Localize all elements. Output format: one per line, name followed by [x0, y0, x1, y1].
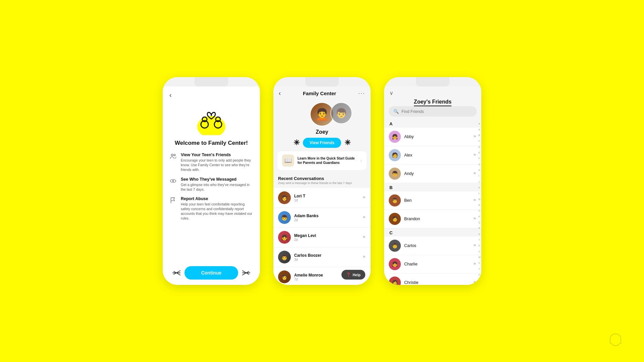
ben-name: Ben	[404, 198, 470, 203]
megan-time: 2d	[294, 238, 359, 242]
family-center-icon	[195, 105, 228, 135]
phone2-header: ‹ Family Center ···	[273, 86, 371, 100]
lori-info: Lori T 1d	[294, 194, 359, 202]
recent-subtitle: Zoey sent a message to these friends in …	[278, 181, 366, 185]
christie-name: Christie	[404, 280, 470, 285]
conv-item-adam[interactable]: 👦 Adam Banks 2d ⚑	[273, 208, 371, 228]
snapchat-ghost-svg	[607, 332, 624, 349]
friend-alex[interactable]: 🧑 Alex ⚑	[384, 146, 481, 165]
carlos-name: Carlos	[404, 243, 470, 248]
asterisk-left: ✳	[293, 138, 300, 147]
view-friends-button[interactable]: View Friends	[303, 138, 341, 148]
back-button[interactable]: ‹	[169, 91, 253, 99]
continue-button[interactable]: Continue	[184, 266, 238, 280]
section-header-c: C	[384, 228, 481, 237]
search-bar[interactable]: 🔍	[389, 106, 477, 117]
friends-list: A 👧 Abby ⚑ 🧑 Alex ⚑ 👦 Andy ⚑ B	[384, 119, 481, 285]
snapchat-ghost-logo	[607, 332, 624, 352]
friend-abby[interactable]: 👧 Abby ⚑	[384, 128, 481, 146]
quick-start-text: Learn More in the Quick Start Guide for …	[298, 156, 357, 165]
friend-andy[interactable]: 👦 Andy ⚑	[384, 165, 481, 183]
brandon-name: Brandon	[404, 217, 470, 221]
friend-brandon[interactable]: 🧑 Brandon ⚑	[384, 210, 481, 228]
hero-icon-area	[169, 105, 253, 135]
charlie-name: Charlie	[404, 262, 470, 266]
phone2-content: 🧑‍🦱 👦 Zoey ✳ View Friends ✳ 📖 Learn More…	[273, 100, 371, 285]
adam-time: 2d	[294, 218, 359, 222]
carlos-avatar: 👨	[389, 240, 401, 252]
friend-carlos[interactable]: 👨 Carlos ⚑	[384, 237, 481, 255]
help-button[interactable]: ❓ Help	[341, 270, 365, 280]
view-friends-row: ✳ View Friends ✳	[273, 138, 371, 148]
abby-name: Abby	[404, 134, 470, 139]
recent-conversations-header: Recent Conversations Zoey sent a message…	[273, 173, 371, 188]
megan-avatar: 👧	[278, 231, 291, 244]
user-name-label: Zoey	[273, 129, 371, 135]
help-circle-icon: ❓	[346, 273, 351, 277]
carlos-b-avatar: 👨	[278, 251, 291, 263]
brandon-action-icon: ⚑	[473, 217, 477, 221]
family-center-title: Family Center	[303, 90, 336, 96]
megan-info: Megan Levi 2d	[294, 233, 359, 242]
conv-item-megan[interactable]: 👧 Megan Levi 2d ⚑	[273, 228, 371, 247]
megan-action-icon: ⚑	[362, 235, 366, 240]
friend-charlie[interactable]: 👧 Charlie ⚑	[384, 255, 481, 274]
section-header-a: A	[384, 119, 481, 128]
feature-messages-text: See Who They've Messaged Get a glimpse i…	[181, 177, 253, 192]
flag-icon	[169, 197, 177, 204]
ben-action-icon: ⚑	[473, 198, 477, 203]
ben-avatar: 👨	[389, 194, 401, 206]
zoeys-friends-title-area: Zoey's Friends	[384, 99, 481, 106]
zoeys-friends-title: Zoey's Friends	[414, 99, 451, 106]
feature-report-text: Report Abuse Help your teen feel comfort…	[181, 196, 253, 221]
quick-start-card[interactable]: 📖 Learn More in the Quick Start Guide fo…	[277, 151, 367, 170]
phone-welcome: ‹ Welcome to Family Center!	[163, 77, 260, 285]
carlos-action-icon: ⚑	[473, 243, 477, 248]
people-icon	[169, 153, 177, 160]
phone-top-bar-2	[305, 77, 339, 86]
amelie-avatar: 👩	[278, 270, 291, 283]
lori-action-icon: ⚑	[362, 195, 366, 200]
megan-name: Megan Levi	[294, 233, 359, 238]
alex-avatar: 🧑	[389, 149, 401, 161]
eye-icon	[169, 177, 177, 185]
alphabetical-index[interactable]: ● A B C D E F G H I J K L M N O P	[478, 119, 481, 285]
andy-name: Andy	[404, 171, 470, 176]
secondary-avatar: 👦	[330, 102, 352, 124]
phone-top-bar	[195, 77, 228, 86]
alex-name: Alex	[404, 153, 470, 158]
lori-name: Lori T	[294, 194, 359, 198]
search-input[interactable]	[401, 109, 472, 114]
phone3-content: ∨ Zoey's Friends 🔍 A 👧 Abby ⚑ 🧑 Al	[384, 86, 481, 285]
abby-action-icon: ⚑	[473, 134, 477, 139]
phone-family-center: ‹ Family Center ··· 🧑‍🦱 👦 Zoey ✳ View Fr…	[273, 77, 371, 285]
search-icon: 🔍	[393, 109, 399, 114]
profile-section: 🧑‍🦱 👦	[273, 100, 371, 129]
conv-item-lori[interactable]: 👩 Lori T 1d ⚑	[273, 188, 371, 208]
continue-area: Continue	[163, 263, 260, 285]
phone3-header: ∨	[384, 86, 481, 99]
asterisk-right: ✳	[344, 138, 351, 147]
abby-avatar: 👧	[389, 131, 401, 143]
more-options-button[interactable]: ···	[358, 90, 365, 97]
christie-action-icon: ⚑	[473, 280, 477, 285]
down-chevron-icon[interactable]: ∨	[389, 90, 393, 96]
charlie-action-icon: ⚑	[473, 262, 477, 266]
back-button-2[interactable]: ‹	[279, 90, 281, 97]
quick-start-chevron-icon: ›	[360, 158, 362, 163]
alex-action-icon: ⚑	[473, 153, 477, 158]
help-label: Help	[353, 273, 361, 277]
andy-action-icon: ⚑	[473, 171, 477, 176]
friend-ben[interactable]: 👨 Ben ⚑	[384, 191, 481, 210]
recent-title: Recent Conversations	[278, 176, 366, 181]
phone-top-bar-3	[416, 77, 449, 86]
carlos-action-icon: ⚑	[362, 255, 366, 259]
carlos-name: Carlos Boozer	[294, 253, 359, 258]
conv-item-carlos[interactable]: 👨 Carlos Boozer 3d ⚑	[273, 247, 371, 267]
andy-avatar: 👦	[389, 168, 401, 180]
lori-avatar: 👩	[278, 191, 291, 204]
phone1-content: ‹ Welcome to Family Center!	[163, 86, 260, 263]
friend-christie[interactable]: 👩 Christie ⚑	[384, 274, 481, 285]
feature-friends-text: View Your Teen's Friends Encourage your …	[181, 153, 253, 172]
adam-info: Adam Banks 2d	[294, 214, 359, 222]
